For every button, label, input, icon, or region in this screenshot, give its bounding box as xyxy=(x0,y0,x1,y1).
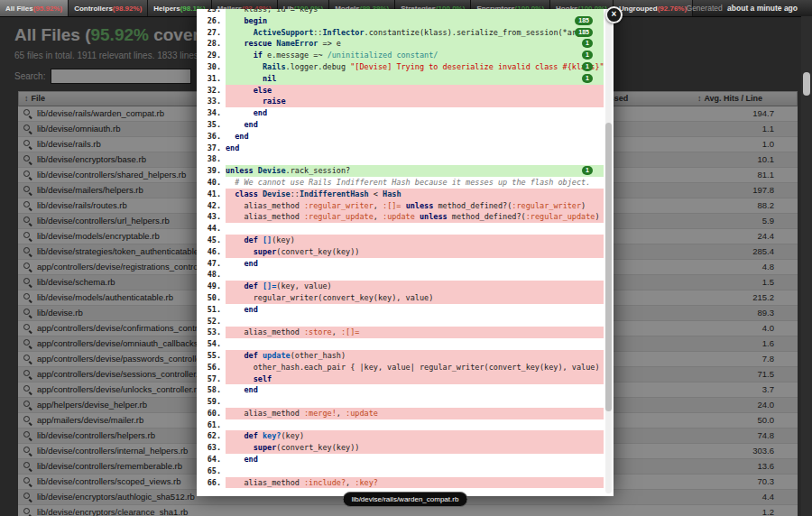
token: end xyxy=(226,143,239,152)
line-number: 60. xyxy=(199,408,226,419)
line-source: end xyxy=(226,119,604,131)
page-scrollbar-thumb[interactable] xyxy=(803,72,810,96)
token: :update xyxy=(383,212,415,221)
token: end xyxy=(244,120,257,129)
line-number: 56. xyxy=(199,362,226,373)
line-source: alias_method :regular_update, :update un… xyxy=(226,211,604,223)
line-source: alias_method :regular_writer, :[]= unles… xyxy=(226,200,604,212)
code-line: 26. begin185 xyxy=(199,15,604,27)
tab-all-files[interactable]: All Files (95.92%) xyxy=(0,0,69,16)
code-line: 59. xyxy=(199,396,604,408)
token: regular_writer(convert_key(key), value) xyxy=(226,293,433,302)
token: :merge! xyxy=(304,409,337,418)
code-line: 45. def [](key) xyxy=(199,235,604,246)
generated-timestamp: Generated about a minute ago xyxy=(687,0,798,16)
token xyxy=(226,431,244,440)
token: alias_method xyxy=(226,478,304,487)
token: Inflector xyxy=(323,28,364,37)
line-number: 58. xyxy=(199,384,226,396)
token: :regular_update xyxy=(526,212,595,221)
token xyxy=(226,374,254,383)
token: klass, id = keys xyxy=(226,9,318,14)
line-source: nil xyxy=(226,73,604,85)
line-source xyxy=(226,396,604,408)
line-number: 45. xyxy=(199,235,226,246)
code-line: 63. super(convert_key(key)) xyxy=(199,442,604,454)
line-source: else xyxy=(226,85,604,97)
line-number: 64. xyxy=(199,454,226,465)
token: => e xyxy=(318,39,341,48)
code-line: 60. alias_method :merge!, :update xyxy=(199,408,604,419)
code-line: 47. end xyxy=(199,258,604,270)
token xyxy=(226,351,244,360)
token: key? xyxy=(263,431,281,440)
code-line: 53. alias_method :store, :[]= xyxy=(199,327,604,338)
token: :[]= xyxy=(383,201,401,210)
token xyxy=(226,39,244,48)
line-source xyxy=(226,316,604,327)
token: raise xyxy=(263,97,286,106)
token: NameError xyxy=(276,39,318,48)
tab-ungrouped[interactable]: Ungrouped (92.76%) xyxy=(614,0,693,16)
modal-scrollbar[interactable] xyxy=(605,12,612,493)
token xyxy=(226,247,254,256)
line-source: Rails.logger.debug "[Devise] Trying to d… xyxy=(226,61,604,73)
token: alias_method xyxy=(226,327,304,336)
line-source: begin xyxy=(226,15,604,27)
token: unless xyxy=(226,166,254,175)
line-source: raise xyxy=(226,96,604,107)
line-number: 46. xyxy=(199,246,226,258)
code-line: 40. # We cannot use Rails Indifferent Ha… xyxy=(199,177,604,189)
line-source: def [](key) xyxy=(226,235,604,246)
token: , xyxy=(337,409,346,418)
tab-controllers[interactable]: Controllers (98.92%) xyxy=(69,0,148,16)
line-source: regular_writer(convert_key(key), value) xyxy=(226,292,604,304)
code-line: 27. ActiveSupport::Inflector.constantize… xyxy=(199,27,604,39)
tab-label: Controllers xyxy=(74,5,113,13)
token: nil xyxy=(263,74,276,83)
line-source: super(convert_key(key)) xyxy=(226,442,604,454)
code-line: 39.unless Devise.rack_session?1 xyxy=(199,165,604,177)
code-line: 37.end xyxy=(199,143,604,154)
line-number: 28. xyxy=(199,38,226,50)
code-line: 57. self xyxy=(199,373,604,385)
token: , xyxy=(332,327,341,336)
token xyxy=(226,235,244,244)
token: method_defined?( xyxy=(448,212,526,221)
line-source: alias_method :merge!, :update xyxy=(226,408,604,419)
token: super xyxy=(254,247,277,256)
token: []= xyxy=(263,281,276,290)
line-source: self xyxy=(226,373,604,385)
token: # We cannot use Rails Indifferent Hash b… xyxy=(226,178,590,187)
code-line: 50. regular_writer(convert_key(key), val… xyxy=(199,292,604,304)
token: (key) xyxy=(272,235,295,244)
page-scrollbar[interactable] xyxy=(801,16,812,516)
code-line: 25. klass, id = keys xyxy=(199,9,604,15)
code-line: 44. xyxy=(199,223,604,235)
code-line: 56. other_hash.each_pair { |key, value| … xyxy=(199,362,604,373)
code-line: 35. end xyxy=(199,119,604,131)
token: :regular_writer xyxy=(512,201,581,210)
modal-scrollbar-thumb[interactable] xyxy=(605,123,612,411)
token: method_defined?( xyxy=(433,201,512,210)
token: (convert_key(key)) xyxy=(276,247,359,256)
code-line: 43. alias_method :regular_update, :updat… xyxy=(199,211,604,223)
line-source: def update(other_hash) xyxy=(226,350,604,362)
code-line: 49. def []=(key, value) xyxy=(199,281,604,292)
token: IndifferentHash xyxy=(300,189,369,198)
token xyxy=(226,51,254,60)
token: begin xyxy=(244,16,267,25)
token: Rails xyxy=(263,62,286,71)
modal-close-button[interactable]: × xyxy=(605,6,623,23)
token: end xyxy=(244,455,257,464)
token: (key, value) xyxy=(276,281,331,290)
line-number: 31. xyxy=(199,73,226,85)
line-source xyxy=(226,153,604,165)
tab-label: Helpers xyxy=(153,5,180,13)
line-source: class Devise::IndifferentHash < Hash xyxy=(226,189,604,200)
code-line: 52. xyxy=(199,316,604,327)
token: def xyxy=(244,431,257,440)
token: :include? xyxy=(304,478,346,487)
line-source: # We cannot use Rails Indifferent Hash b… xyxy=(226,177,604,189)
token xyxy=(226,189,235,198)
